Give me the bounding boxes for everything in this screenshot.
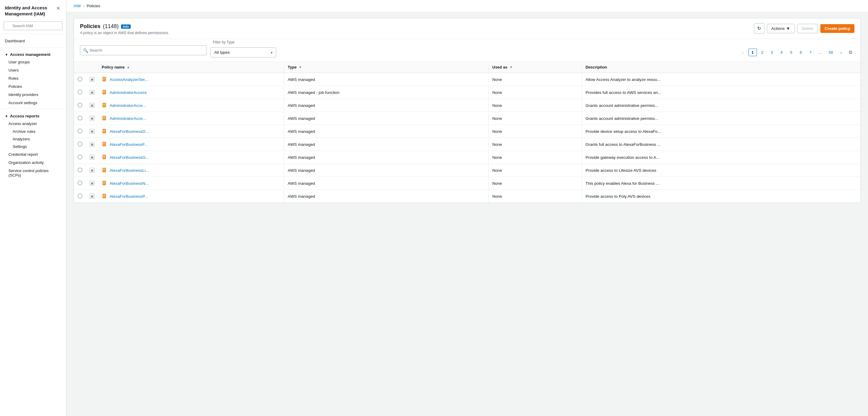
sidebar-item-identity-providers[interactable]: Identity providers	[0, 91, 66, 99]
pagination: ‹ 1 2 3 4 5 6 7 ... 58 › ⚙	[739, 48, 855, 56]
policy-name-link-7[interactable]: AlexaForBusinessLi...	[110, 168, 149, 173]
sidebar-item-service-control-policies[interactable]: Service control policies (SCPs)	[0, 167, 66, 179]
refresh-button[interactable]: ↻	[754, 23, 765, 33]
row-name-5: AlexaForBusinessF...	[98, 138, 284, 151]
pagination-ellipsis: ...	[816, 49, 825, 56]
policy-name-link-4[interactable]: AlexaForBusinessD...	[110, 129, 149, 134]
th-policy-name[interactable]: Policy name ▲	[98, 62, 284, 73]
sidebar-item-account-settings[interactable]: Account settings	[0, 99, 66, 107]
row-expand-5[interactable]: ⊞	[86, 138, 98, 151]
sidebar-item-settings[interactable]: Settings	[0, 143, 66, 150]
actions-button[interactable]: Actions ▼	[767, 24, 795, 33]
settings-icon-button[interactable]: ⚙	[846, 48, 855, 56]
row-radio-5[interactable]	[74, 138, 86, 151]
info-badge[interactable]: Info	[121, 25, 131, 29]
svg-rect-11	[103, 105, 104, 105]
row-expand-0[interactable]: ⊞	[86, 73, 98, 86]
table-row: ⊞ AdministratorAcce... AWS man	[74, 99, 861, 112]
table-row: ⊞ AlexaForBusinessG... AWS man	[74, 151, 861, 164]
policy-name-link-9[interactable]: AlexaForBusinessP...	[110, 194, 148, 199]
row-radio-2[interactable]	[74, 99, 86, 112]
row-radio-0[interactable]	[74, 73, 86, 86]
row-used-7: None	[489, 164, 582, 177]
svg-rect-19	[103, 131, 104, 131]
breadcrumb-iam-link[interactable]: IAM	[74, 4, 81, 8]
pagination-prev[interactable]: ‹	[739, 49, 747, 56]
svg-rect-35	[103, 183, 104, 183]
row-desc-6: Provide gateway execution access to A...	[582, 151, 861, 164]
row-expand-1[interactable]: ⊞	[86, 86, 98, 99]
sidebar-item-archive-rules[interactable]: Archive rules	[0, 128, 66, 135]
row-name-2: AdministratorAcce...	[98, 99, 284, 112]
table-row: ⊞ AlexaForBusinessN... AWS man	[74, 177, 861, 190]
row-name-9: AlexaForBusinessP...	[98, 190, 284, 203]
search-wrapper: 🔍	[80, 45, 207, 55]
row-radio-9[interactable]	[74, 190, 86, 203]
row-name-8: AlexaForBusinessN...	[98, 177, 284, 190]
row-radio-8[interactable]	[74, 177, 86, 190]
row-radio-7[interactable]	[74, 164, 86, 177]
type-filter-select[interactable]: All types AWS managed AWS managed - job …	[210, 48, 276, 57]
policy-name-link-2[interactable]: AdministratorAcce...	[110, 103, 146, 108]
sidebar-item-access-analyzer[interactable]: Access analyzer	[0, 120, 66, 128]
pagination-next[interactable]: ›	[837, 49, 845, 56]
delete-label: Delete	[802, 26, 813, 31]
policy-name-link-8[interactable]: AlexaForBusinessN...	[110, 181, 149, 186]
row-expand-7[interactable]: ⊞	[86, 164, 98, 177]
chevron-down-icon-2: ▼	[5, 114, 8, 118]
policy-name-link-6[interactable]: AlexaForBusinessG...	[110, 155, 149, 160]
sidebar-item-organization-activity[interactable]: Organization activity	[0, 158, 66, 167]
policy-name-link-3[interactable]: AdministratorAcce...	[110, 116, 146, 121]
policy-name-link-5[interactable]: AlexaForBusinessF...	[110, 142, 148, 147]
create-policy-button[interactable]: Create policy	[820, 24, 855, 33]
row-expand-4[interactable]: ⊞	[86, 125, 98, 138]
sidebar-section-access-management[interactable]: ▼ Access management	[0, 49, 66, 58]
sidebar-item-credential-report[interactable]: Credential report	[0, 150, 66, 158]
row-expand-2[interactable]: ⊞	[86, 99, 98, 112]
row-name-3: AdministratorAcce...	[98, 112, 284, 125]
sidebar-item-user-groups[interactable]: User groups	[0, 58, 66, 66]
row-expand-8[interactable]: ⊞	[86, 177, 98, 190]
pagination-page-5[interactable]: 5	[787, 49, 796, 56]
policies-table: Policy name ▲ Type ▼	[74, 62, 861, 203]
sidebar-item-dashboard[interactable]: Dashboard	[0, 36, 66, 45]
close-icon[interactable]: ✕	[55, 5, 61, 12]
row-radio-3[interactable]	[74, 112, 86, 125]
row-radio-1[interactable]	[74, 86, 86, 99]
sort-desc-icon-type: ▼	[299, 65, 302, 69]
delete-button[interactable]: Delete	[797, 24, 818, 33]
svg-rect-31	[103, 170, 104, 170]
policy-name-link-1[interactable]: AdministratorAccess	[110, 90, 147, 95]
th-type[interactable]: Type ▼	[284, 62, 488, 73]
policy-icon-8	[102, 180, 108, 186]
sidebar-item-users[interactable]: Users	[0, 66, 66, 74]
row-type-7: AWS managed	[284, 164, 488, 177]
pagination-page-6[interactable]: 6	[797, 49, 805, 56]
sidebar-item-policies[interactable]: Policies	[0, 82, 66, 91]
row-radio-6[interactable]	[74, 151, 86, 164]
row-expand-6[interactable]: ⊞	[86, 151, 98, 164]
th-used-as[interactable]: Used as ▼	[489, 62, 582, 73]
th-description: Description	[582, 62, 861, 73]
sidebar-nav: Dashboard ▼ Access management User group…	[0, 34, 66, 182]
row-expand-9[interactable]: ⊞	[86, 190, 98, 203]
sidebar-section-access-reports[interactable]: ▼ Access reports	[0, 111, 66, 120]
sort-desc-icon-used: ▼	[509, 65, 513, 69]
pagination-page-1[interactable]: 1	[748, 49, 757, 56]
svg-rect-30	[103, 169, 105, 169]
policy-name-link-0[interactable]: AccessAnalyzerSer...	[110, 77, 148, 82]
row-radio-4[interactable]	[74, 125, 86, 138]
pagination-page-4[interactable]: 4	[777, 49, 786, 56]
pagination-page-58[interactable]: 58	[826, 49, 836, 56]
pagination-page-2[interactable]: 2	[758, 49, 767, 56]
table-row: ⊞ AlexaForBusinessD... AWS man	[74, 125, 861, 138]
row-expand-3[interactable]: ⊞	[86, 112, 98, 125]
pagination-page-3[interactable]: 3	[768, 49, 776, 56]
search-iam-input[interactable]	[4, 22, 62, 30]
pagination-page-7[interactable]: 7	[806, 49, 815, 56]
row-used-1: None	[489, 86, 582, 99]
sidebar-item-roles[interactable]: Roles	[0, 74, 66, 82]
table-search-input[interactable]	[80, 45, 207, 55]
policy-icon-9	[102, 193, 108, 199]
sidebar-item-analyzers[interactable]: Analyzers	[0, 135, 66, 143]
